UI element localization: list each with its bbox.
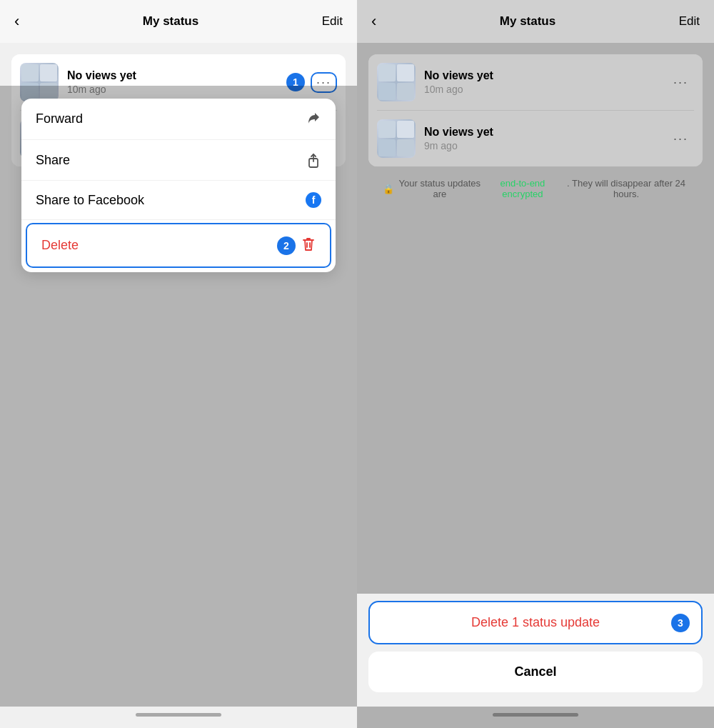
- right-status-info-2: No views yet 9m ago: [424, 126, 668, 151]
- trash-icon: [301, 236, 316, 255]
- right-status-time-2: 9m ago: [424, 140, 668, 151]
- right-status-row-2: No views yet 9m ago ···: [368, 111, 703, 166]
- forward-icon: [306, 110, 321, 128]
- left-edit-button[interactable]: Edit: [322, 14, 343, 29]
- delete-label: Delete: [41, 238, 79, 253]
- right-status-time-1: 10m ago: [424, 84, 668, 95]
- facebook-icon: f: [306, 192, 321, 208]
- right-panel: ‹ My status Edit No views yet 10m ago: [357, 0, 714, 728]
- menu-item-share[interactable]: Share: [21, 140, 336, 181]
- menu-item-forward[interactable]: Forward: [21, 99, 336, 140]
- right-back-button[interactable]: ‹: [371, 12, 376, 31]
- info-text-part2: . They will disappear after 24 hours.: [564, 178, 688, 199]
- right-status-thumbnail-1: [377, 63, 416, 101]
- right-edit-button[interactable]: Edit: [679, 14, 700, 29]
- delete-confirm-badge: 3: [671, 614, 690, 632]
- menu-item-delete[interactable]: Delete 2: [26, 223, 331, 268]
- info-text-part1: Your status updates are: [398, 178, 481, 199]
- bottom-sheet: Delete 1 status update 3 Cancel: [357, 594, 714, 707]
- left-back-button[interactable]: ‹: [14, 12, 19, 31]
- share-label: Share: [36, 153, 70, 168]
- share-icon: [306, 151, 321, 169]
- left-panel: ‹ My status Edit No views yet 10m ago: [0, 0, 357, 728]
- forward-label: Forward: [36, 111, 83, 126]
- left-header: ‹ My status Edit: [0, 0, 357, 43]
- home-indicator-left: [0, 707, 357, 728]
- right-status-title-2: No views yet: [424, 126, 668, 139]
- status-title-1: No views yet: [67, 69, 286, 82]
- right-thumbnail-inner-1: [377, 63, 416, 101]
- right-status-card-wrapper: No views yet 10m ago ··· No view: [368, 54, 703, 166]
- left-content: No views yet 10m ago 1 ···: [0, 43, 357, 707]
- right-header: ‹ My status Edit: [357, 0, 714, 43]
- delete-badge: 2: [277, 236, 296, 255]
- encrypted-link[interactable]: end-to-end encrypted: [486, 178, 560, 199]
- right-status-info-text: 🔒 Your status updates are end-to-end enc…: [368, 166, 703, 211]
- right-more-button-2[interactable]: ···: [668, 129, 694, 149]
- right-status-info-1: No views yet 10m ago: [424, 69, 668, 95]
- home-bar-right: [493, 713, 578, 717]
- share-facebook-label: Share to Facebook: [36, 193, 144, 208]
- lock-icon: 🔒: [383, 184, 394, 194]
- right-status-thumbnail-2: [377, 119, 416, 158]
- home-indicator-right: [357, 707, 714, 728]
- right-status-row-1: No views yet 10m ago ···: [368, 54, 703, 110]
- delete-status-button[interactable]: Delete 1 status update 3: [368, 601, 703, 644]
- right-content: No views yet 10m ago ··· No view: [357, 43, 714, 594]
- cancel-button[interactable]: Cancel: [368, 652, 703, 692]
- left-page-title: My status: [143, 14, 198, 29]
- thumb-cell: [21, 64, 39, 81]
- right-page-title: My status: [500, 14, 555, 29]
- home-bar-left: [136, 713, 221, 717]
- cancel-btn-label: Cancel: [514, 664, 556, 679]
- dropdown-menu: Forward Share: [21, 99, 336, 272]
- menu-item-share-facebook[interactable]: Share to Facebook f: [21, 181, 336, 220]
- right-more-button-1[interactable]: ···: [668, 72, 694, 93]
- thumb-cell: [40, 64, 57, 81]
- delete-btn-label: Delete 1 status update: [471, 615, 600, 630]
- right-status-title-1: No views yet: [424, 69, 668, 82]
- right-thumbnail-inner-2: [377, 119, 416, 158]
